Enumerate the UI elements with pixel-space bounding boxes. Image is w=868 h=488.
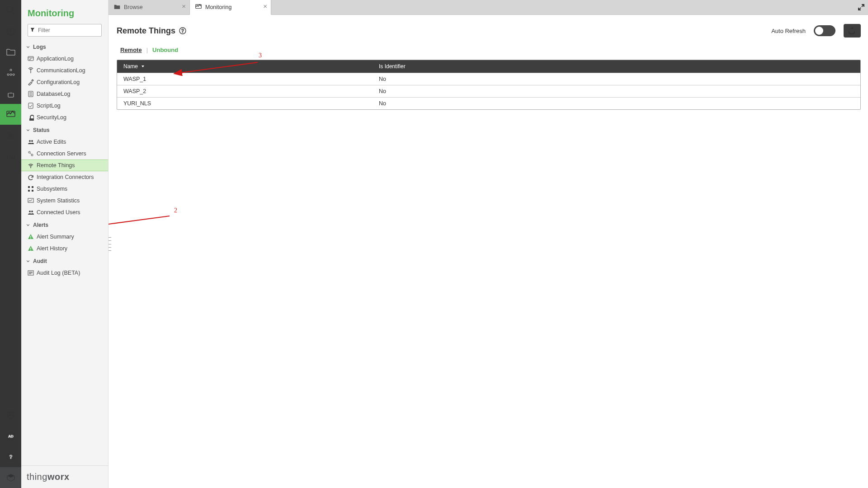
rail-analytics-icon[interactable] bbox=[0, 145, 21, 166]
monitor-icon bbox=[195, 4, 202, 11]
rail-search-icon[interactable] bbox=[0, 0, 21, 21]
sidebar-item-active-edits[interactable]: Active Edits bbox=[21, 136, 108, 148]
rail-model-icon[interactable] bbox=[0, 62, 21, 83]
table-row[interactable]: WASP_2No bbox=[117, 85, 860, 97]
splitter-handle[interactable] bbox=[108, 237, 111, 251]
annotation-number-2: 2 bbox=[174, 207, 177, 214]
sidebar-group-audit[interactable]: Audit bbox=[21, 254, 108, 267]
subsys-icon bbox=[28, 186, 34, 192]
filter-icon bbox=[30, 27, 35, 33]
table-row[interactable]: WASP_1No bbox=[117, 73, 860, 85]
rail-monitoring-icon[interactable] bbox=[0, 104, 21, 125]
subtab-unbound[interactable]: Unbound bbox=[152, 47, 178, 53]
antenna-icon bbox=[28, 67, 34, 74]
stats-icon bbox=[28, 197, 34, 204]
users-icon bbox=[28, 139, 34, 145]
applog-icon bbox=[28, 56, 34, 62]
col-name-header[interactable]: Name bbox=[117, 60, 373, 73]
sidebar-item-connected-users[interactable]: Connected Users bbox=[21, 206, 108, 218]
wifi-icon bbox=[28, 162, 34, 169]
sidebar-item-communicationlog[interactable]: CommunicationLog bbox=[21, 65, 108, 76]
audit-icon bbox=[28, 270, 34, 276]
tab-bar: Browse × Monitoring × bbox=[108, 0, 868, 15]
sidebar-item-alert-history[interactable]: Alert History bbox=[21, 243, 108, 254]
annotation-arrow-1 bbox=[108, 137, 113, 164]
alert-icon bbox=[28, 245, 34, 252]
sidebar-item-securitylog[interactable]: SecurityLog bbox=[21, 112, 108, 123]
svg-line-38 bbox=[108, 216, 170, 230]
tab-label: Monitoring bbox=[205, 4, 231, 10]
help-icon[interactable] bbox=[179, 27, 186, 34]
alert-icon bbox=[28, 234, 34, 240]
tools-icon bbox=[28, 79, 34, 85]
tab-close-icon[interactable]: × bbox=[182, 3, 186, 9]
annotation-arrow-2 bbox=[108, 207, 174, 234]
tab-label: Browse bbox=[124, 4, 143, 10]
sidebar-group-alerts[interactable]: Alerts bbox=[21, 218, 108, 231]
col-identifier-header[interactable]: Is Identifier bbox=[373, 60, 860, 73]
expand-tab-icon[interactable] bbox=[854, 0, 868, 14]
reload-button[interactable] bbox=[844, 24, 861, 38]
rail-browse-icon[interactable] bbox=[0, 42, 21, 62]
brand-logo: thingworx bbox=[21, 465, 108, 488]
cell-name: WASP_1 bbox=[117, 73, 373, 85]
auto-refresh-toggle[interactable] bbox=[814, 25, 835, 36]
sidebar-item-alert-summary[interactable]: Alert Summary bbox=[21, 231, 108, 243]
remote-things-table: Name Is Identifier WASP_1NoWASP_2NoYURI_… bbox=[117, 60, 861, 110]
sidebar-item-applicationlog[interactable]: ApplicationLog bbox=[21, 53, 108, 65]
sidebar-item-connection-servers[interactable]: Connection Servers bbox=[21, 148, 108, 160]
sidebar: Monitoring LogsApplicationLogCommunicati… bbox=[21, 0, 108, 488]
cell-name: WASP_2 bbox=[117, 85, 373, 97]
tab-close-icon[interactable]: × bbox=[263, 3, 267, 9]
refresh-icon bbox=[28, 174, 34, 180]
sidebar-item-integration-connectors[interactable]: Integration Connectors bbox=[21, 171, 108, 183]
cell-identifier: No bbox=[373, 85, 860, 97]
sidebar-item-system-statistics[interactable]: System Statistics bbox=[21, 195, 108, 206]
sidebar-item-scriptlog[interactable]: ScriptLog bbox=[21, 100, 108, 112]
sidebar-item-databaselog[interactable]: DatabaseLog bbox=[21, 88, 108, 100]
cell-identifier: No bbox=[373, 98, 860, 109]
cell-identifier: No bbox=[373, 73, 860, 85]
rail-security-icon[interactable] bbox=[0, 83, 21, 104]
rail-logo-icon[interactable] bbox=[0, 467, 21, 488]
sidebar-title: Monitoring bbox=[28, 8, 102, 19]
page-title: Remote Things bbox=[117, 26, 186, 36]
nav-rail bbox=[0, 0, 21, 488]
sidebar-tree: LogsApplicationLogCommunicationLogConfig… bbox=[21, 40, 108, 465]
rail-globe-icon[interactable] bbox=[0, 405, 21, 426]
subtab-bar: Remote | Unbound bbox=[120, 47, 861, 53]
tab-monitoring[interactable]: Monitoring × bbox=[190, 0, 271, 15]
sidebar-group-status[interactable]: Status bbox=[21, 123, 108, 136]
subtab-remote[interactable]: Remote bbox=[120, 47, 142, 53]
users-icon bbox=[28, 209, 34, 216]
table-row[interactable]: YURI_NLSNo bbox=[117, 97, 860, 109]
cell-name: YURI_NLS bbox=[117, 98, 373, 109]
db-icon bbox=[28, 91, 34, 97]
sidebar-filter-input[interactable] bbox=[28, 24, 102, 37]
sidebar-item-configurationlog[interactable]: ConfigurationLog bbox=[21, 76, 108, 88]
tab-browse[interactable]: Browse × bbox=[108, 0, 190, 14]
lock-icon bbox=[28, 114, 34, 121]
rail-help-icon[interactable] bbox=[0, 446, 21, 467]
sidebar-item-subsystems[interactable]: Subsystems bbox=[21, 183, 108, 195]
rail-settings-icon[interactable] bbox=[0, 125, 21, 145]
sort-icon bbox=[141, 64, 145, 69]
rail-ad-icon[interactable] bbox=[0, 426, 21, 446]
script-icon bbox=[28, 103, 34, 109]
folder-icon bbox=[114, 4, 120, 11]
sidebar-group-logs[interactable]: Logs bbox=[21, 40, 108, 53]
rail-add-icon[interactable] bbox=[0, 21, 21, 42]
sidebar-item-audit-log-beta-[interactable]: Audit Log (BETA) bbox=[21, 267, 108, 279]
connect-icon bbox=[28, 150, 34, 157]
auto-refresh-label: Auto Refresh bbox=[771, 28, 806, 34]
sidebar-item-remote-things[interactable]: Remote Things bbox=[21, 160, 108, 171]
